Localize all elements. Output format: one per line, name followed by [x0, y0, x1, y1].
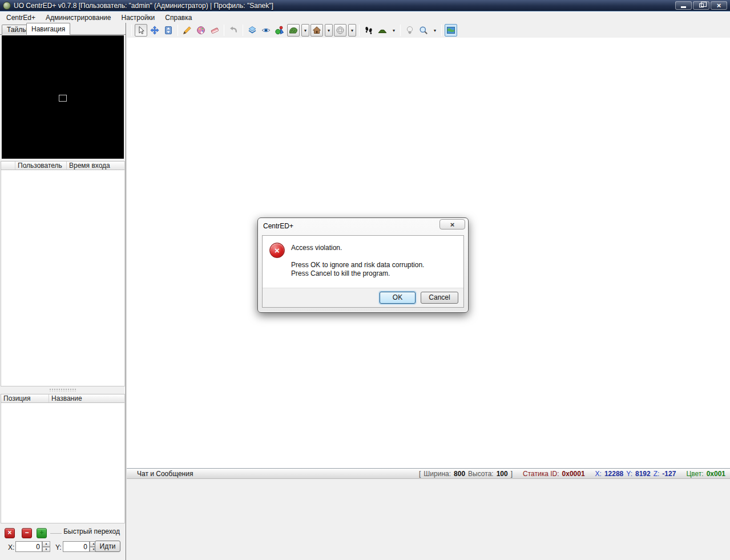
- terrain-brush-dropdown[interactable]: ▾: [301, 24, 309, 37]
- positions-col-position[interactable]: Позиция: [1, 394, 49, 402]
- menu-bar: CentrEd+ Администрирование Настройки Спр…: [0, 12, 730, 23]
- minus-icon: −: [25, 529, 29, 537]
- x-label: X:: [8, 543, 14, 551]
- toolbar-separator: [224, 25, 224, 36]
- dialog-content: × Access violation. Press OK to ignore a…: [262, 235, 464, 308]
- mound-icon: [377, 26, 388, 35]
- minimize-button[interactable]: [675, 1, 692, 10]
- users-col-login-time[interactable]: Время входа: [67, 162, 124, 170]
- erase-tool-button[interactable]: [208, 24, 221, 37]
- footprints-icon: [364, 26, 373, 35]
- users-table-header: Пользователь Время входа: [1, 161, 125, 170]
- move-tool-button[interactable]: [148, 24, 161, 37]
- x-input[interactable]: [15, 541, 42, 552]
- boundaries-button[interactable]: [246, 24, 259, 37]
- toolbar-separator: [441, 25, 442, 36]
- width-label: Ширина:: [424, 470, 451, 478]
- navigation-panel: Пользователь Время входа Позиция Названи…: [0, 34, 126, 560]
- left-sidebar: Тайлы Навигация Пользователь Время входа…: [0, 23, 126, 560]
- color-value: 0x001: [707, 470, 725, 478]
- walkable-button[interactable]: [362, 24, 375, 37]
- elevate-tool-button[interactable]: [162, 24, 175, 37]
- add-position-button[interactable]: +: [37, 528, 47, 538]
- static-id-label: Статика ID:: [523, 470, 559, 478]
- world-map-icon: [446, 26, 455, 35]
- restore-button[interactable]: [693, 1, 709, 10]
- clear-position-button[interactable]: ×: [5, 528, 15, 538]
- positions-table-body[interactable]: [1, 403, 125, 523]
- hue-tool-button[interactable]: [195, 24, 207, 37]
- move-icon: [150, 26, 159, 35]
- dialog-instruction-1: Press OK to ignore and risk data corrupt…: [291, 261, 424, 269]
- users-table-body[interactable]: [1, 170, 125, 386]
- terrain-icon: [289, 26, 298, 35]
- toolbar-separator: [359, 25, 360, 36]
- positions-col-name[interactable]: Название: [49, 394, 124, 402]
- error-icon: ×: [269, 243, 285, 258]
- flat-view-button[interactable]: [376, 24, 389, 37]
- y-label: Y:: [55, 543, 62, 551]
- go-button[interactable]: Идти: [95, 541, 120, 552]
- menu-centred[interactable]: CentrEd+: [1, 13, 41, 23]
- dialog-message: Access violation.: [291, 244, 342, 252]
- statics-brush-dropdown[interactable]: ▾: [325, 24, 333, 37]
- error-dialog: CentrED+ × × Access violation. Press OK …: [257, 217, 469, 313]
- undo-button[interactable]: [227, 24, 240, 37]
- panel-splitter[interactable]: [1, 387, 125, 393]
- x-spin-up-button[interactable]: ▴: [42, 541, 50, 547]
- chat-messages-area[interactable]: [127, 479, 730, 560]
- main-toolbar: ▾ ▾ ▾ ▾ ▾: [127, 23, 730, 38]
- dialog-close-button[interactable]: ×: [439, 219, 465, 229]
- cancel-button[interactable]: Cancel: [421, 292, 458, 304]
- chat-title: Чат и Сообщения: [137, 470, 193, 478]
- users-col-icon[interactable]: [1, 162, 15, 170]
- terrain-brush-button[interactable]: [287, 24, 300, 37]
- status-readouts: [ Ширина: 800 Высота: 100 ] Статика ID: …: [419, 470, 730, 478]
- lighting-button[interactable]: [404, 24, 416, 37]
- remove-icon: ×: [7, 529, 11, 537]
- dialog-footer: OK Cancel: [263, 288, 463, 307]
- magnifier-icon: [419, 26, 428, 35]
- statics-brush-button[interactable]: [310, 24, 323, 37]
- coordinates-status: X: 12288 Y: 8192 Z: -127: [595, 470, 676, 478]
- virtual-layer-icon: [275, 26, 284, 35]
- radar-map-button[interactable]: [445, 24, 457, 37]
- undo-icon: [229, 26, 238, 35]
- coord-z-value: -127: [662, 470, 676, 478]
- tab-navigation[interactable]: Навигация: [26, 23, 70, 35]
- virtual-layer-button[interactable]: [273, 24, 286, 37]
- zoom-dropdown[interactable]: ▾: [431, 24, 438, 37]
- close-button[interactable]: ×: [711, 1, 727, 10]
- draw-tool-button[interactable]: [181, 24, 193, 37]
- minimap-viewport-rect[interactable]: [59, 95, 67, 102]
- dialog-title: CentrED+: [263, 222, 293, 230]
- splitter-handle-icon: [50, 389, 76, 392]
- flat-view-dropdown[interactable]: ▾: [390, 24, 397, 37]
- wireframe-dropdown[interactable]: ▾: [348, 24, 356, 37]
- wireframe-sphere-icon: [336, 26, 345, 35]
- menu-administration[interactable]: Администрирование: [41, 13, 116, 23]
- wireframe-button[interactable]: [334, 24, 346, 37]
- cursor-icon: [136, 26, 146, 35]
- static-id-status: Статика ID: 0x0001: [523, 470, 585, 478]
- zoom-button[interactable]: [417, 24, 430, 37]
- coord-y-value: 8192: [635, 470, 651, 478]
- x-spin-down-button[interactable]: ▾: [42, 547, 50, 553]
- window-titlebar: UO CentrED+ v0.7.8 [Пользователь: "admin…: [0, 0, 730, 11]
- pencil-icon: [183, 26, 192, 35]
- toolbar-separator: [400, 25, 401, 36]
- delete-position-button[interactable]: −: [22, 528, 32, 538]
- users-col-user[interactable]: Пользователь: [15, 162, 67, 170]
- filter-button[interactable]: [260, 24, 272, 37]
- window-title: UO CentrED+ v0.7.8 [Пользователь: "admin…: [14, 2, 273, 10]
- eye-icon: [261, 26, 271, 35]
- x-spinner: ▴ ▾: [42, 541, 50, 552]
- app-icon: [3, 2, 11, 10]
- select-tool-button[interactable]: [135, 24, 147, 37]
- menu-help[interactable]: Справка: [160, 13, 197, 23]
- menu-settings[interactable]: Настройки: [116, 13, 160, 23]
- minimap[interactable]: [2, 35, 124, 159]
- y-input[interactable]: [63, 541, 90, 552]
- plus-icon: +: [39, 529, 43, 537]
- ok-button[interactable]: OK: [380, 292, 416, 304]
